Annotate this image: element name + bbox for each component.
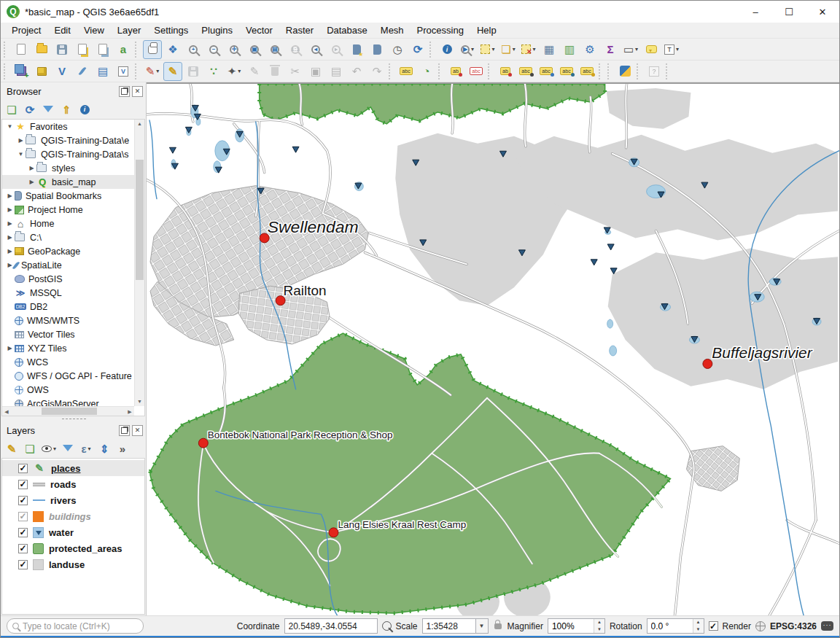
tree-closed-arrow-icon[interactable]: ▶ bbox=[5, 345, 15, 351]
layer-row-rivers[interactable]: ✓rivers bbox=[2, 492, 144, 508]
menu-item-edit[interactable]: Edit bbox=[47, 23, 77, 37]
pan-map-button[interactable] bbox=[143, 40, 162, 59]
browser-item-wcs[interactable]: WCS bbox=[2, 355, 134, 369]
tree-closed-arrow-icon[interactable]: ▶ bbox=[5, 220, 15, 227]
undo-button[interactable]: ↶ bbox=[347, 62, 366, 81]
tree-closed-arrow-icon[interactable]: ▶ bbox=[5, 206, 15, 213]
deselect-all-dropdown-icon[interactable]: ▾ bbox=[532, 46, 535, 52]
layer-visibility-checkbox[interactable]: ✓ bbox=[18, 496, 28, 505]
open-attribute-table-button[interactable]: ▦ bbox=[540, 40, 559, 59]
new-print-layout-button[interactable] bbox=[73, 40, 92, 59]
vertex-tool-dropdown-icon[interactable]: ▾ bbox=[238, 68, 241, 74]
layer-visibility-checkbox[interactable]: ✓ bbox=[18, 512, 28, 521]
open-project-button[interactable] bbox=[32, 40, 51, 59]
menu-item-view[interactable]: View bbox=[77, 23, 111, 37]
tree-closed-arrow-icon[interactable]: ▶ bbox=[16, 137, 26, 144]
identify-features-button[interactable]: i bbox=[438, 40, 456, 59]
browser-item-project-home[interactable]: ▶Project Home bbox=[2, 203, 134, 217]
menu-item-mesh[interactable]: Mesh bbox=[374, 23, 411, 37]
crs-globe-icon[interactable] bbox=[755, 621, 766, 631]
locator-bar[interactable] bbox=[7, 618, 144, 634]
tree-open-arrow-icon[interactable]: ▼ bbox=[5, 123, 15, 130]
browser-item-xyz-tiles[interactable]: ▶XYZ Tiles bbox=[2, 341, 134, 355]
rotation-input[interactable] bbox=[648, 619, 693, 633]
new-virtual-layer-button[interactable]: V bbox=[114, 62, 133, 81]
menu-item-database[interactable]: Database bbox=[320, 23, 374, 37]
show-hide-labels-button[interactable]: abc bbox=[516, 62, 535, 81]
browser-item-basic-map[interactable]: ▶basic_map bbox=[2, 175, 134, 189]
run-feature-action-dropdown-icon[interactable]: ▾ bbox=[471, 46, 474, 52]
save-layer-edits-button[interactable] bbox=[184, 62, 203, 81]
highlight-pinned-labels-button[interactable]: abc bbox=[467, 62, 486, 81]
refresh-browser-button[interactable]: ⟳ bbox=[23, 102, 36, 117]
magnifier-up-button[interactable]: ▲ bbox=[594, 619, 604, 626]
toggle-editing-button[interactable]: ✎ bbox=[163, 62, 182, 81]
browser-item-geopackage[interactable]: ▶GeoPackage bbox=[2, 244, 134, 258]
measure-line-button[interactable]: ▭▾ bbox=[621, 40, 640, 59]
crs-status[interactable]: EPSG:4326 bbox=[770, 621, 817, 631]
add-group-button[interactable]: ❏ bbox=[23, 441, 36, 456]
menu-item-project[interactable]: Project bbox=[5, 23, 47, 37]
browser-item-wfs-ogc-api-feature[interactable]: WFS / OGC API - Feature bbox=[2, 369, 134, 383]
new-mesh-layer-button[interactable]: ▤ bbox=[93, 62, 112, 81]
layers-close-button[interactable]: ✕ bbox=[132, 425, 143, 436]
layer-diagram-options-button[interactable]: ◔ bbox=[417, 62, 436, 81]
add-point-feature-button[interactable]: ∵ bbox=[204, 62, 223, 81]
browser-item-ows[interactable]: OWS bbox=[2, 383, 134, 397]
coordinate-input[interactable] bbox=[289, 621, 373, 631]
plugin-placeholder-button[interactable]: ? bbox=[645, 62, 664, 81]
browser-close-button[interactable]: ✕ bbox=[132, 86, 143, 97]
modify-attributes-button[interactable]: ✎ bbox=[245, 62, 264, 81]
select-by-value-dropdown-icon[interactable]: ▾ bbox=[513, 46, 516, 52]
layer-visibility-checkbox[interactable]: ✓ bbox=[18, 544, 28, 553]
browser-properties-button[interactable]: i bbox=[78, 102, 91, 117]
refresh-map-button[interactable]: ⟳ bbox=[408, 40, 427, 59]
new-spatialite-layer-button[interactable] bbox=[73, 62, 92, 81]
select-features-dropdown-icon[interactable]: ▾ bbox=[491, 46, 494, 52]
map-canvas[interactable]: SwellendamRailtonBuffeljagsrivierBontebo… bbox=[147, 82, 839, 615]
menu-item-raster[interactable]: Raster bbox=[279, 23, 320, 37]
layer-row-water[interactable]: ✓water bbox=[2, 524, 144, 540]
filter-browser-button[interactable] bbox=[42, 102, 55, 117]
browser-item-mssql[interactable]: MSSQL bbox=[2, 286, 134, 300]
new-spatial-bookmark-button[interactable] bbox=[347, 40, 366, 59]
locator-input[interactable] bbox=[23, 621, 138, 631]
deselect-all-button[interactable]: ▾ bbox=[519, 40, 538, 59]
browser-item-vector-tiles[interactable]: Vector Tiles bbox=[2, 327, 134, 341]
manage-map-themes-button[interactable]: ▾ bbox=[42, 441, 56, 456]
panel-splitter[interactable] bbox=[1, 416, 146, 421]
menu-item-help[interactable]: Help bbox=[470, 23, 503, 37]
rotation-up-button[interactable]: ▲ bbox=[693, 619, 704, 626]
layers-float-button[interactable] bbox=[119, 425, 130, 436]
browser-vertical-scrollbar[interactable]: ▲▼ bbox=[134, 120, 144, 406]
tree-closed-arrow-icon[interactable]: ▶ bbox=[27, 165, 36, 171]
menu-item-layer[interactable]: Layer bbox=[111, 23, 148, 37]
expand-collapse-all-button[interactable]: ⇕ bbox=[98, 441, 111, 456]
delete-selected-button[interactable] bbox=[265, 62, 284, 81]
magnifier-down-button[interactable]: ▼ bbox=[594, 626, 604, 634]
show-spatial-bookmarks-button[interactable] bbox=[368, 40, 386, 59]
filter-by-expression-dropdown-icon[interactable]: ▾ bbox=[88, 446, 91, 452]
messages-icon[interactable]: ··· bbox=[821, 621, 833, 631]
redo-button[interactable]: ↷ bbox=[368, 62, 386, 81]
text-annotation-button[interactable]: T▾ bbox=[662, 40, 681, 59]
vertex-tool-button[interactable]: ✦▾ bbox=[225, 62, 244, 81]
python-console-button[interactable] bbox=[615, 62, 634, 81]
current-edits-button[interactable]: ✎▾ bbox=[143, 62, 162, 81]
zoom-to-selection-button[interactable]: ▣ bbox=[245, 40, 264, 59]
data-source-manager-button[interactable] bbox=[12, 62, 31, 81]
new-geopackage-layer-button[interactable] bbox=[32, 62, 51, 81]
rotation-spinner[interactable]: ▲▼ bbox=[647, 618, 704, 634]
manage-map-themes-dropdown-icon[interactable]: ▾ bbox=[53, 446, 56, 452]
browser-item-c[interactable]: ▶C:\ bbox=[2, 230, 134, 244]
zoom-next-button[interactable]: ▸ bbox=[327, 40, 346, 59]
browser-item-home[interactable]: ▶Home bbox=[2, 217, 134, 230]
change-label-properties-button[interactable]: abc bbox=[578, 62, 596, 81]
new-shapefile-layer-button[interactable]: V bbox=[52, 62, 71, 81]
current-edits-dropdown-icon[interactable]: ▾ bbox=[156, 68, 159, 74]
scale-input[interactable] bbox=[427, 621, 472, 631]
zoom-full-extent-button[interactable]: ✛ bbox=[225, 40, 244, 59]
layer-row-roads[interactable]: ✓roads bbox=[2, 476, 144, 492]
browser-item-wms-wmts[interactable]: WMS/WMTS bbox=[2, 314, 134, 327]
menu-item-processing[interactable]: Processing bbox=[411, 23, 470, 37]
